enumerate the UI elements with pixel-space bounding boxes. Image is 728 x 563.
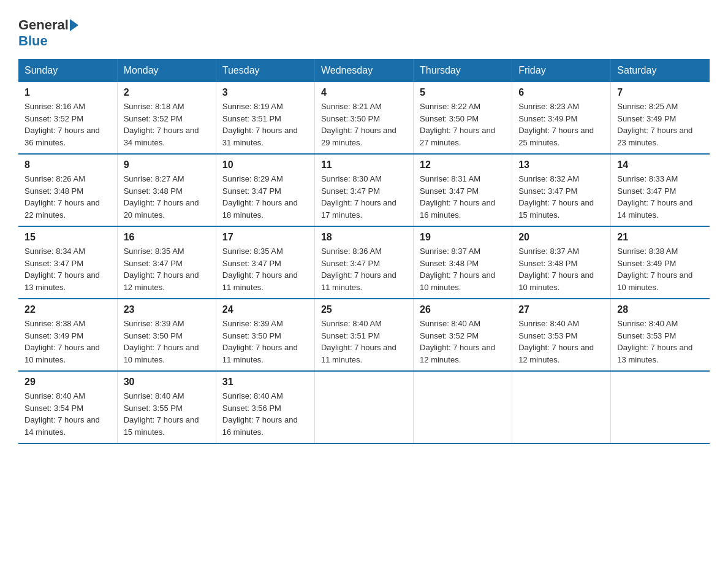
day-info: Sunrise: 8:40 AMSunset: 3:51 PMDaylight:… <box>321 318 407 366</box>
day-info: Sunrise: 8:30 AMSunset: 3:47 PMDaylight:… <box>321 173 407 221</box>
calendar-cell: 3Sunrise: 8:19 AMSunset: 3:51 PMDaylight… <box>216 82 314 154</box>
week-row-4: 22Sunrise: 8:38 AMSunset: 3:49 PMDayligh… <box>18 299 710 371</box>
day-number: 3 <box>222 87 308 98</box>
calendar-cell: 13Sunrise: 8:32 AMSunset: 3:47 PMDayligh… <box>512 154 611 226</box>
logo-general-text: General <box>18 17 69 33</box>
day-number: 12 <box>420 159 506 170</box>
calendar-cell: 31Sunrise: 8:40 AMSunset: 3:56 PMDayligh… <box>216 371 314 443</box>
page-header: General Blue <box>18 12 710 49</box>
day-number: 25 <box>321 304 407 315</box>
calendar-cell: 5Sunrise: 8:22 AMSunset: 3:50 PMDaylight… <box>414 82 512 154</box>
day-number: 4 <box>321 87 407 98</box>
calendar-cell: 26Sunrise: 8:40 AMSunset: 3:52 PMDayligh… <box>414 299 512 371</box>
calendar-cell <box>314 371 413 443</box>
day-info: Sunrise: 8:29 AMSunset: 3:47 PMDaylight:… <box>222 173 308 221</box>
day-number: 20 <box>518 232 604 243</box>
calendar-cell: 30Sunrise: 8:40 AMSunset: 3:55 PMDayligh… <box>117 371 216 443</box>
day-info: Sunrise: 8:31 AMSunset: 3:47 PMDaylight:… <box>420 173 506 221</box>
calendar-table: SundayMondayTuesdayWednesdayThursdayFrid… <box>18 59 710 444</box>
day-number: 18 <box>321 232 407 243</box>
day-info: Sunrise: 8:19 AMSunset: 3:51 PMDaylight:… <box>222 101 308 148</box>
calendar-cell: 10Sunrise: 8:29 AMSunset: 3:47 PMDayligh… <box>216 154 314 226</box>
calendar-body: 1Sunrise: 8:16 AMSunset: 3:52 PMDaylight… <box>18 82 710 443</box>
day-info: Sunrise: 8:40 AMSunset: 3:56 PMDaylight:… <box>222 390 308 438</box>
day-info: Sunrise: 8:33 AMSunset: 3:47 PMDaylight:… <box>617 173 703 221</box>
day-info: Sunrise: 8:25 AMSunset: 3:49 PMDaylight:… <box>617 101 703 148</box>
header-thursday: Thursday <box>414 59 512 82</box>
calendar-cell: 14Sunrise: 8:33 AMSunset: 3:47 PMDayligh… <box>611 154 710 226</box>
calendar-cell: 21Sunrise: 8:38 AMSunset: 3:49 PMDayligh… <box>611 226 710 299</box>
calendar-cell: 23Sunrise: 8:39 AMSunset: 3:50 PMDayligh… <box>117 299 216 371</box>
calendar-cell: 6Sunrise: 8:23 AMSunset: 3:49 PMDaylight… <box>512 82 611 154</box>
day-number: 28 <box>617 304 703 315</box>
day-info: Sunrise: 8:35 AMSunset: 3:47 PMDaylight:… <box>124 245 210 293</box>
week-row-2: 8Sunrise: 8:26 AMSunset: 3:48 PMDaylight… <box>18 154 710 226</box>
calendar-header: SundayMondayTuesdayWednesdayThursdayFrid… <box>18 59 710 82</box>
day-info: Sunrise: 8:36 AMSunset: 3:47 PMDaylight:… <box>321 245 407 293</box>
day-info: Sunrise: 8:34 AMSunset: 3:47 PMDaylight:… <box>25 245 111 293</box>
calendar-cell: 24Sunrise: 8:39 AMSunset: 3:50 PMDayligh… <box>216 299 314 371</box>
day-number: 8 <box>25 159 111 170</box>
calendar-cell: 20Sunrise: 8:37 AMSunset: 3:48 PMDayligh… <box>512 226 611 299</box>
day-number: 27 <box>518 304 604 315</box>
calendar-cell: 1Sunrise: 8:16 AMSunset: 3:52 PMDaylight… <box>18 82 117 154</box>
calendar-cell <box>611 371 710 443</box>
day-number: 10 <box>222 159 308 170</box>
day-info: Sunrise: 8:18 AMSunset: 3:52 PMDaylight:… <box>124 101 210 148</box>
calendar-cell <box>512 371 611 443</box>
day-number: 9 <box>124 159 210 170</box>
day-number: 1 <box>25 87 111 98</box>
day-number: 16 <box>124 232 210 243</box>
day-info: Sunrise: 8:39 AMSunset: 3:50 PMDaylight:… <box>124 318 210 366</box>
day-info: Sunrise: 8:32 AMSunset: 3:47 PMDaylight:… <box>518 173 604 221</box>
calendar-cell: 7Sunrise: 8:25 AMSunset: 3:49 PMDaylight… <box>611 82 710 154</box>
day-number: 7 <box>617 87 703 98</box>
header-row: SundayMondayTuesdayWednesdayThursdayFrid… <box>18 59 710 82</box>
header-wednesday: Wednesday <box>314 59 413 82</box>
calendar-cell: 11Sunrise: 8:30 AMSunset: 3:47 PMDayligh… <box>314 154 413 226</box>
calendar-cell: 8Sunrise: 8:26 AMSunset: 3:48 PMDaylight… <box>18 154 117 226</box>
day-info: Sunrise: 8:38 AMSunset: 3:49 PMDaylight:… <box>25 318 111 366</box>
day-number: 14 <box>617 159 703 170</box>
day-number: 23 <box>124 304 210 315</box>
day-info: Sunrise: 8:37 AMSunset: 3:48 PMDaylight:… <box>518 245 604 293</box>
day-number: 31 <box>222 377 308 388</box>
logo: General Blue <box>18 12 80 49</box>
header-sunday: Sunday <box>18 59 117 82</box>
week-row-5: 29Sunrise: 8:40 AMSunset: 3:54 PMDayligh… <box>18 371 710 443</box>
day-number: 15 <box>25 232 111 243</box>
calendar-cell: 9Sunrise: 8:27 AMSunset: 3:48 PMDaylight… <box>117 154 216 226</box>
day-number: 29 <box>25 377 111 388</box>
day-info: Sunrise: 8:40 AMSunset: 3:53 PMDaylight:… <box>518 318 604 366</box>
day-number: 30 <box>124 377 210 388</box>
calendar-cell: 25Sunrise: 8:40 AMSunset: 3:51 PMDayligh… <box>314 299 413 371</box>
day-info: Sunrise: 8:40 AMSunset: 3:54 PMDaylight:… <box>25 390 111 438</box>
day-info: Sunrise: 8:35 AMSunset: 3:47 PMDaylight:… <box>222 245 308 293</box>
calendar-cell: 29Sunrise: 8:40 AMSunset: 3:54 PMDayligh… <box>18 371 117 443</box>
day-info: Sunrise: 8:40 AMSunset: 3:53 PMDaylight:… <box>617 318 703 366</box>
calendar-cell: 15Sunrise: 8:34 AMSunset: 3:47 PMDayligh… <box>18 226 117 299</box>
day-info: Sunrise: 8:39 AMSunset: 3:50 PMDaylight:… <box>222 318 308 366</box>
day-info: Sunrise: 8:37 AMSunset: 3:48 PMDaylight:… <box>420 245 506 293</box>
day-number: 5 <box>420 87 506 98</box>
day-number: 21 <box>617 232 703 243</box>
calendar-cell: 2Sunrise: 8:18 AMSunset: 3:52 PMDaylight… <box>117 82 216 154</box>
day-info: Sunrise: 8:23 AMSunset: 3:49 PMDaylight:… <box>518 101 604 148</box>
calendar-cell: 17Sunrise: 8:35 AMSunset: 3:47 PMDayligh… <box>216 226 314 299</box>
calendar-cell: 27Sunrise: 8:40 AMSunset: 3:53 PMDayligh… <box>512 299 611 371</box>
day-info: Sunrise: 8:40 AMSunset: 3:52 PMDaylight:… <box>420 318 506 366</box>
calendar-cell: 4Sunrise: 8:21 AMSunset: 3:50 PMDaylight… <box>314 82 413 154</box>
header-tuesday: Tuesday <box>216 59 314 82</box>
day-number: 22 <box>25 304 111 315</box>
day-number: 2 <box>124 87 210 98</box>
calendar-cell: 12Sunrise: 8:31 AMSunset: 3:47 PMDayligh… <box>414 154 512 226</box>
day-info: Sunrise: 8:21 AMSunset: 3:50 PMDaylight:… <box>321 101 407 148</box>
day-number: 17 <box>222 232 308 243</box>
day-info: Sunrise: 8:40 AMSunset: 3:55 PMDaylight:… <box>124 390 210 438</box>
logo-blue-text: Blue <box>18 33 48 48</box>
day-number: 26 <box>420 304 506 315</box>
day-number: 6 <box>518 87 604 98</box>
calendar-cell <box>414 371 512 443</box>
header-friday: Friday <box>512 59 611 82</box>
header-saturday: Saturday <box>611 59 710 82</box>
